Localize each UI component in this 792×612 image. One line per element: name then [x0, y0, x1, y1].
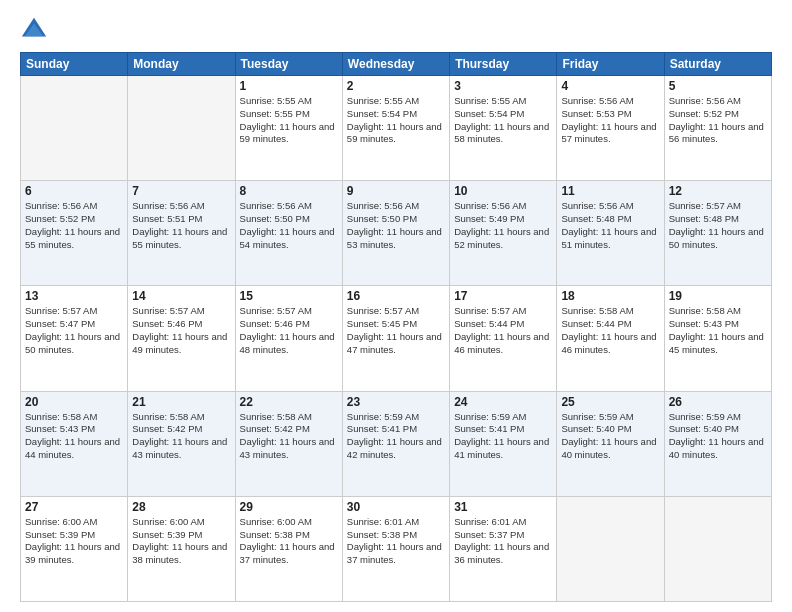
sunset-time: Sunset: 5:40 PM: [669, 423, 739, 434]
calendar-cell: 1Sunrise: 5:55 AMSunset: 5:55 PMDaylight…: [235, 76, 342, 181]
weekday-header-tuesday: Tuesday: [235, 53, 342, 76]
daylight-hours: Daylight: 11 hours and 38 minutes.: [132, 541, 227, 565]
header: [20, 16, 772, 44]
sunrise-time: Sunrise: 5:58 AM: [132, 411, 204, 422]
daylight-hours: Daylight: 11 hours and 50 minutes.: [669, 226, 764, 250]
sunrise-time: Sunrise: 5:59 AM: [561, 411, 633, 422]
day-number: 21: [132, 395, 230, 409]
day-info: Sunrise: 5:58 AMSunset: 5:43 PMDaylight:…: [669, 305, 767, 356]
sunrise-time: Sunrise: 5:58 AM: [669, 305, 741, 316]
day-number: 19: [669, 289, 767, 303]
calendar-cell: 4Sunrise: 5:56 AMSunset: 5:53 PMDaylight…: [557, 76, 664, 181]
day-info: Sunrise: 5:57 AMSunset: 5:44 PMDaylight:…: [454, 305, 552, 356]
calendar-cell: [664, 496, 771, 601]
sunrise-time: Sunrise: 6:01 AM: [347, 516, 419, 527]
daylight-hours: Daylight: 11 hours and 46 minutes.: [561, 331, 656, 355]
sunset-time: Sunset: 5:42 PM: [132, 423, 202, 434]
page: SundayMondayTuesdayWednesdayThursdayFrid…: [0, 0, 792, 612]
calendar-cell: [128, 76, 235, 181]
calendar-week-row: 20Sunrise: 5:58 AMSunset: 5:43 PMDayligh…: [21, 391, 772, 496]
sunrise-time: Sunrise: 5:57 AM: [240, 305, 312, 316]
sunrise-time: Sunrise: 5:56 AM: [240, 200, 312, 211]
calendar-week-row: 1Sunrise: 5:55 AMSunset: 5:55 PMDaylight…: [21, 76, 772, 181]
sunset-time: Sunset: 5:37 PM: [454, 529, 524, 540]
weekday-header-monday: Monday: [128, 53, 235, 76]
sunrise-time: Sunrise: 5:59 AM: [454, 411, 526, 422]
calendar-cell: 10Sunrise: 5:56 AMSunset: 5:49 PMDayligh…: [450, 181, 557, 286]
sunrise-time: Sunrise: 5:56 AM: [132, 200, 204, 211]
calendar-table: SundayMondayTuesdayWednesdayThursdayFrid…: [20, 52, 772, 602]
daylight-hours: Daylight: 11 hours and 57 minutes.: [561, 121, 656, 145]
day-number: 16: [347, 289, 445, 303]
sunrise-time: Sunrise: 5:57 AM: [347, 305, 419, 316]
daylight-hours: Daylight: 11 hours and 45 minutes.: [669, 331, 764, 355]
day-info: Sunrise: 5:56 AMSunset: 5:49 PMDaylight:…: [454, 200, 552, 251]
sunrise-time: Sunrise: 5:57 AM: [25, 305, 97, 316]
sunset-time: Sunset: 5:38 PM: [240, 529, 310, 540]
sunset-time: Sunset: 5:54 PM: [454, 108, 524, 119]
day-info: Sunrise: 5:55 AMSunset: 5:54 PMDaylight:…: [347, 95, 445, 146]
day-number: 28: [132, 500, 230, 514]
sunset-time: Sunset: 5:44 PM: [454, 318, 524, 329]
weekday-header-saturday: Saturday: [664, 53, 771, 76]
sunset-time: Sunset: 5:49 PM: [454, 213, 524, 224]
daylight-hours: Daylight: 11 hours and 49 minutes.: [132, 331, 227, 355]
daylight-hours: Daylight: 11 hours and 50 minutes.: [25, 331, 120, 355]
calendar-cell: 7Sunrise: 5:56 AMSunset: 5:51 PMDaylight…: [128, 181, 235, 286]
day-number: 1: [240, 79, 338, 93]
day-number: 29: [240, 500, 338, 514]
daylight-hours: Daylight: 11 hours and 55 minutes.: [132, 226, 227, 250]
daylight-hours: Daylight: 11 hours and 42 minutes.: [347, 436, 442, 460]
logo-icon: [20, 16, 48, 44]
sunset-time: Sunset: 5:46 PM: [240, 318, 310, 329]
day-number: 22: [240, 395, 338, 409]
calendar-cell: 29Sunrise: 6:00 AMSunset: 5:38 PMDayligh…: [235, 496, 342, 601]
day-info: Sunrise: 5:57 AMSunset: 5:47 PMDaylight:…: [25, 305, 123, 356]
day-number: 31: [454, 500, 552, 514]
sunrise-time: Sunrise: 6:01 AM: [454, 516, 526, 527]
sunrise-time: Sunrise: 5:59 AM: [669, 411, 741, 422]
day-info: Sunrise: 5:56 AMSunset: 5:52 PMDaylight:…: [25, 200, 123, 251]
sunrise-time: Sunrise: 5:55 AM: [240, 95, 312, 106]
daylight-hours: Daylight: 11 hours and 53 minutes.: [347, 226, 442, 250]
daylight-hours: Daylight: 11 hours and 43 minutes.: [240, 436, 335, 460]
daylight-hours: Daylight: 11 hours and 51 minutes.: [561, 226, 656, 250]
day-info: Sunrise: 5:58 AMSunset: 5:42 PMDaylight:…: [132, 411, 230, 462]
day-info: Sunrise: 5:57 AMSunset: 5:48 PMDaylight:…: [669, 200, 767, 251]
calendar-cell: 2Sunrise: 5:55 AMSunset: 5:54 PMDaylight…: [342, 76, 449, 181]
calendar-cell: 31Sunrise: 6:01 AMSunset: 5:37 PMDayligh…: [450, 496, 557, 601]
daylight-hours: Daylight: 11 hours and 56 minutes.: [669, 121, 764, 145]
sunrise-time: Sunrise: 5:55 AM: [347, 95, 419, 106]
sunset-time: Sunset: 5:43 PM: [669, 318, 739, 329]
calendar-cell: 11Sunrise: 5:56 AMSunset: 5:48 PMDayligh…: [557, 181, 664, 286]
calendar-header: SundayMondayTuesdayWednesdayThursdayFrid…: [21, 53, 772, 76]
daylight-hours: Daylight: 11 hours and 44 minutes.: [25, 436, 120, 460]
day-info: Sunrise: 5:57 AMSunset: 5:45 PMDaylight:…: [347, 305, 445, 356]
calendar-cell: 13Sunrise: 5:57 AMSunset: 5:47 PMDayligh…: [21, 286, 128, 391]
sunset-time: Sunset: 5:53 PM: [561, 108, 631, 119]
day-number: 6: [25, 184, 123, 198]
weekday-header-row: SundayMondayTuesdayWednesdayThursdayFrid…: [21, 53, 772, 76]
sunset-time: Sunset: 5:41 PM: [347, 423, 417, 434]
calendar-cell: 21Sunrise: 5:58 AMSunset: 5:42 PMDayligh…: [128, 391, 235, 496]
sunset-time: Sunset: 5:48 PM: [561, 213, 631, 224]
calendar-cell: [557, 496, 664, 601]
day-info: Sunrise: 5:57 AMSunset: 5:46 PMDaylight:…: [240, 305, 338, 356]
weekday-header-friday: Friday: [557, 53, 664, 76]
day-number: 13: [25, 289, 123, 303]
daylight-hours: Daylight: 11 hours and 46 minutes.: [454, 331, 549, 355]
day-number: 10: [454, 184, 552, 198]
sunset-time: Sunset: 5:48 PM: [669, 213, 739, 224]
calendar-cell: 26Sunrise: 5:59 AMSunset: 5:40 PMDayligh…: [664, 391, 771, 496]
calendar-cell: 19Sunrise: 5:58 AMSunset: 5:43 PMDayligh…: [664, 286, 771, 391]
sunrise-time: Sunrise: 5:55 AM: [454, 95, 526, 106]
sunset-time: Sunset: 5:38 PM: [347, 529, 417, 540]
sunset-time: Sunset: 5:43 PM: [25, 423, 95, 434]
day-info: Sunrise: 6:00 AMSunset: 5:39 PMDaylight:…: [132, 516, 230, 567]
calendar-cell: 16Sunrise: 5:57 AMSunset: 5:45 PMDayligh…: [342, 286, 449, 391]
day-number: 23: [347, 395, 445, 409]
sunset-time: Sunset: 5:45 PM: [347, 318, 417, 329]
sunrise-time: Sunrise: 5:57 AM: [454, 305, 526, 316]
calendar-cell: 20Sunrise: 5:58 AMSunset: 5:43 PMDayligh…: [21, 391, 128, 496]
daylight-hours: Daylight: 11 hours and 43 minutes.: [132, 436, 227, 460]
